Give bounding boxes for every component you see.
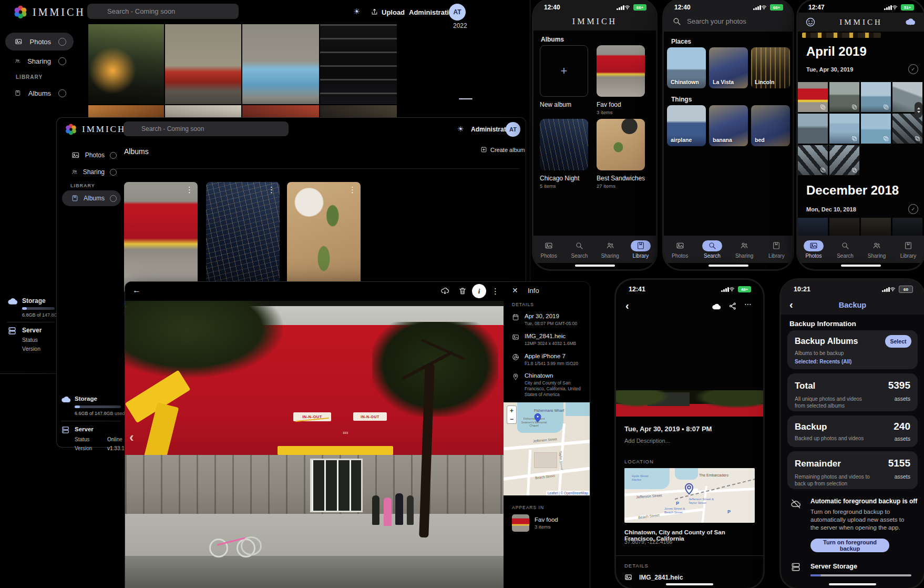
photo-thumbnail[interactable] [829,114,859,144]
thing-tile[interactable]: banana [709,105,748,146]
back-icon[interactable]: ← [132,286,141,295]
upload-cloud-icon[interactable] [712,302,721,311]
photo-thumbnail[interactable] [861,82,891,112]
server-icon [61,425,70,434]
photo-thumbnail[interactable] [798,218,828,236]
sidebar-item-sharing[interactable]: Sharing [5,52,74,70]
sidebar-item-albums[interactable]: Albums [5,84,74,102]
close-icon[interactable]: ✕ [512,286,518,295]
photo-thumbnail[interactable] [892,114,922,144]
search-input[interactable] [687,15,785,27]
detail-map[interactable]: Fishermans Wharf Fishermen's and Seamen'… [504,402,590,495]
location-coords: 37.8079, -122.4166 [624,539,672,545]
nav-tab-library[interactable]: Library [766,240,786,259]
photo-thumbnail[interactable] [798,114,828,144]
photo-thumbnail[interactable] [829,82,859,112]
previous-photo-icon[interactable]: ‹ [129,429,134,445]
home-indicator[interactable] [575,265,615,267]
info-icon[interactable]: i [472,284,486,298]
photo-thumbnail[interactable] [829,218,859,236]
select-day-icon[interactable]: ✓ [908,64,918,74]
map-zoom-out-button[interactable]: − [507,414,517,424]
location-map[interactable]: The Embarcadero Jefferson Street Jeffers… [624,468,755,523]
photo-thumbnail[interactable] [88,24,164,104]
divider [116,168,519,169]
nav-label: Photos [672,253,688,259]
nav-tab-search[interactable]: Search [569,240,589,259]
photo-thumbnail[interactable] [242,24,319,104]
search-input[interactable] [124,121,289,136]
photos-icon [545,241,553,250]
album-tile[interactable] [597,119,645,170]
album-menu-icon[interactable]: ⋮ [348,185,356,195]
immich-logo-icon [13,4,28,20]
nav-tab-search[interactable]: Search [835,240,855,259]
photo-thumbnail[interactable] [320,24,397,104]
new-album-tile[interactable]: + [540,45,588,97]
description-field[interactable]: Add Description... [624,438,670,444]
photo-viewer[interactable] [616,390,763,417]
select-day-icon[interactable]: ✓ [908,204,918,214]
nav-tab-library[interactable]: Library [631,240,651,259]
sidebar-item-albums[interactable]: Albums [62,190,121,206]
theme-toggle-icon[interactable]: ☀ [353,7,360,16]
timeline-scrubber[interactable] [915,102,922,118]
sidebar-item-photos[interactable]: Photos [5,33,74,50]
more-menu-icon[interactable]: ⋮ [491,287,499,296]
home-indicator[interactable] [841,265,881,267]
photos-icon [15,37,23,46]
appears-in-album[interactable]: Fav food 3 items [512,514,558,532]
photo-thumbnail[interactable] [892,218,922,236]
select-button[interactable]: Select [885,335,911,348]
turn-on-backup-button[interactable]: Turn on foreground backup [810,539,889,552]
photo-thumbnail[interactable] [798,145,828,175]
place-tile[interactable]: Chinatown [667,47,706,88]
photo-viewer[interactable]: IN-N-OUT IN-N-OUT 333 [125,301,504,588]
theme-toggle-icon[interactable]: ☀ [457,125,464,133]
photo-thumbnail[interactable] [165,24,241,104]
album-tile[interactable] [597,45,645,97]
thing-tile[interactable]: bed [751,105,790,146]
photo-thumbnail[interactable] [861,114,891,144]
search-input[interactable] [87,4,239,19]
nav-tab-sharing[interactable]: Sharing [600,240,620,259]
more-menu-icon[interactable]: ⋯ [744,300,752,308]
nav-tab-photos[interactable]: Photos [670,240,690,259]
photo-bicycle [209,527,267,556]
phone-backup: 10:21 60 ‹ Backup Backup Information Bac… [781,280,924,588]
place-tile[interactable]: La Vista [709,47,748,88]
share-icon[interactable] [728,302,737,310]
photo-thumbnail[interactable] [829,145,859,175]
photo-thumbnail[interactable] [798,82,828,112]
album-menu-icon[interactable]: ⋮ [268,185,275,195]
album-tile[interactable] [540,119,588,170]
thing-tile[interactable]: airplane [667,105,706,146]
detail-date-sub: Tue, 08:07 PM GMT-05:00 [525,321,577,326]
nav-tab-photos[interactable]: Photos [539,240,559,259]
image-icon [512,333,519,341]
timeline-scrubber-handle[interactable] [459,98,473,99]
upload-button[interactable]: Upload [382,8,405,16]
backup-cloud-icon[interactable] [905,17,916,27]
back-icon[interactable]: ‹ [625,300,629,312]
home-indicator[interactable] [829,583,876,585]
sidebar-item-photos[interactable]: Photos [62,147,121,163]
home-indicator[interactable] [666,583,713,585]
nav-tab-search[interactable]: Search [702,240,722,259]
nav-tab-sharing[interactable]: Sharing [734,240,754,259]
place-tile[interactable]: Lincoln [751,47,790,88]
photo-thumbnail[interactable] [861,218,891,236]
avatar[interactable]: AT [506,122,520,137]
avatar[interactable]: AT [449,4,466,21]
home-indicator[interactable] [709,265,748,267]
battery-icon: 66+ [633,4,646,11]
delete-icon[interactable] [458,287,467,295]
download-icon[interactable] [440,287,449,296]
create-album-button[interactable]: Create album [480,146,525,153]
sidebar-item-sharing[interactable]: Sharing [62,164,121,180]
nav-tab-photos[interactable]: Photos [804,240,824,259]
nav-tab-library[interactable]: Library [898,240,918,259]
album-menu-icon[interactable]: ⋮ [186,185,193,195]
wifi-icon [761,4,767,11]
nav-tab-sharing[interactable]: Sharing [867,240,887,259]
